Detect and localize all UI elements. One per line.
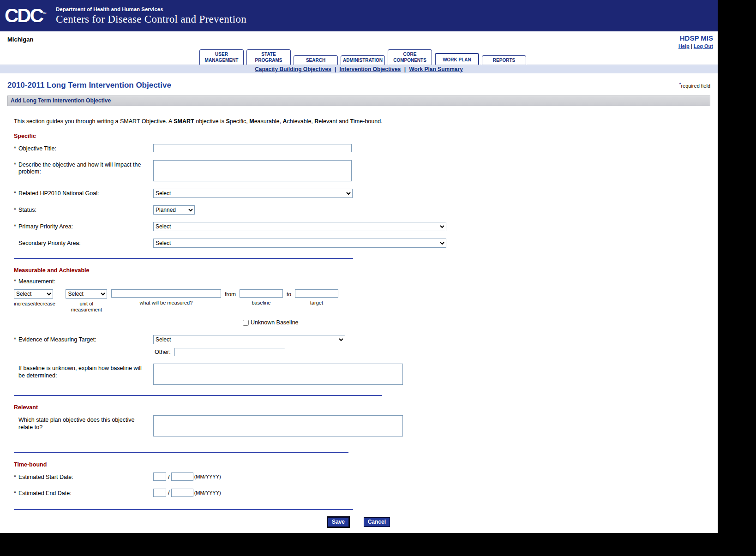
start-month-input[interactable]: [153, 472, 166, 481]
start-year-input[interactable]: [171, 472, 193, 481]
describe-textarea[interactable]: [153, 160, 352, 181]
form-row-state-plan: Which state plan objective does this obj…: [14, 415, 710, 436]
tab-search[interactable]: SEARCH: [294, 55, 338, 65]
save-button[interactable]: Save: [328, 517, 349, 527]
intro-segment: easurable,: [254, 118, 283, 125]
state-plan-textarea[interactable]: [153, 415, 403, 436]
intro-segment: elevant and: [318, 118, 350, 125]
banner-text: Department of Health and Human Services …: [56, 6, 246, 25]
describe-label: *Describe the objective and how it will …: [14, 160, 153, 176]
label-text: Describe the objective and how it will i…: [18, 161, 153, 176]
measurement-row: Select increase/decrease Select unit of …: [14, 289, 710, 313]
other-input[interactable]: [174, 348, 285, 356]
unit-of-measurement-select[interactable]: Select: [66, 289, 107, 299]
button-row: Save Cancel: [7, 517, 710, 527]
app-name: HDSP MIS: [678, 34, 713, 42]
secondary-priority-select[interactable]: Select: [153, 239, 446, 248]
cdc-logo[interactable]: CDC™: [5, 6, 50, 25]
tab-administration[interactable]: ADMINISTRATION: [341, 55, 385, 65]
star-spacer: [14, 240, 18, 247]
evidence-select[interactable]: Select: [153, 335, 345, 344]
required-star: *: [14, 336, 18, 344]
end-year-input[interactable]: [171, 489, 193, 497]
tab-user-management[interactable]: USER MANAGEMENT: [199, 49, 244, 65]
required-note-text: required field: [681, 83, 710, 89]
page: CDC™ Department of Health and Human Serv…: [0, 0, 718, 533]
what-measured-group: what will be measured?: [111, 289, 221, 306]
what-measured-caption: what will be measured?: [111, 300, 221, 306]
form-row-describe: *Describe the objective and how it will …: [14, 160, 710, 181]
cdc-banner: CDC™ Department of Health and Human Serv…: [0, 0, 718, 31]
intro-bold-segment: R: [314, 118, 318, 125]
end-month-input[interactable]: [153, 489, 166, 497]
subnav-link-capacity-building-objectives[interactable]: Capacity Building Objectives: [255, 66, 331, 72]
intro-segment: objective is: [194, 118, 226, 125]
intro-segment: ime-bound.: [354, 118, 383, 125]
baseline-group: baseline: [240, 289, 283, 306]
from-label: from: [225, 289, 236, 298]
form-row-secondary-priority: Secondary Priority Area: Select: [14, 239, 710, 248]
target-input[interactable]: [295, 289, 338, 298]
tab-core-components[interactable]: CORE COMPONENTS: [388, 49, 432, 65]
section-divider: [14, 258, 353, 259]
hp2010-select[interactable]: Select: [153, 189, 353, 198]
unit-group: Select unit of measurement: [65, 289, 108, 313]
trademark-symbol: ™: [42, 12, 47, 16]
unknown-baseline-label: Unknown Baseline: [251, 319, 299, 326]
baseline-input[interactable]: [240, 289, 283, 298]
title-row: 2010-2011 Long Term Intervention Objecti…: [7, 79, 710, 90]
subnav-separator: |: [333, 66, 338, 72]
subnav-link-work-plan-summary[interactable]: Work Plan Summary: [409, 66, 462, 72]
label-text: Objective Title:: [18, 145, 153, 153]
intro-segment: chievable,: [287, 118, 315, 125]
end-date-label: *Estimated End Date:: [14, 489, 153, 497]
intro-bold-segment: S: [226, 118, 229, 125]
target-caption: target: [295, 300, 338, 306]
what-measured-input[interactable]: [111, 289, 221, 298]
empty-label: [14, 348, 153, 349]
help-link[interactable]: Help: [678, 43, 690, 49]
required-star: *: [14, 278, 18, 285]
section-heading-relevant: Relevant: [14, 404, 710, 411]
form-row-other: Other:: [14, 348, 710, 356]
subnav-link-intervention-objectives[interactable]: Intervention Objectives: [340, 66, 401, 72]
objective-title-input[interactable]: [153, 144, 352, 152]
primary-priority-select[interactable]: Select: [153, 222, 446, 231]
label-text: Related HP2010 National Goal:: [18, 190, 153, 197]
label-text: If baseline is unknown, explain how base…: [18, 365, 153, 379]
section-divider: [14, 395, 382, 396]
increase-decrease-select[interactable]: Select: [14, 289, 53, 299]
form-row-baseline-explain: If baseline is unknown, explain how base…: [14, 364, 710, 385]
intro-segment: This section guides you through writing …: [14, 118, 174, 125]
intro-bold-segment: T: [350, 118, 354, 125]
required-star: *: [14, 223, 18, 231]
form-row-objective-title: *Objective Title:: [14, 144, 710, 153]
unknown-baseline-checkbox[interactable]: [243, 320, 249, 326]
to-label: to: [287, 289, 291, 298]
evidence-label: *Evidence of Measuring Target:: [14, 335, 153, 344]
link-separator: |: [691, 43, 692, 49]
required-star: *: [14, 490, 18, 497]
intro-bold-segment: M: [249, 118, 254, 125]
start-date-label: *Estimated Start Date:: [14, 472, 153, 481]
logout-link[interactable]: Log Out: [694, 43, 713, 49]
status-select[interactable]: Planned: [153, 205, 195, 215]
tab-state-programs[interactable]: STATE PROGRAMS: [246, 49, 291, 65]
required-field-note: *required field: [679, 82, 710, 89]
nav-tabs: USER MANAGEMENTSTATE PROGRAMSSEARCHADMIN…: [199, 49, 526, 65]
date-separator: /: [168, 489, 170, 496]
session-links: Help|Log Out: [678, 43, 713, 49]
intro-bold-segment: SMART: [174, 118, 194, 125]
label-text: Evidence of Measuring Target:: [18, 336, 153, 344]
label-text: Measurement:: [18, 278, 55, 285]
baseline-caption: baseline: [240, 300, 283, 306]
cancel-button[interactable]: Cancel: [364, 517, 390, 527]
required-star: *: [14, 474, 18, 481]
section-divider: [14, 452, 348, 453]
tab-work-plan[interactable]: WORK PLAN: [435, 53, 479, 65]
tab-reports[interactable]: REPORTS: [482, 55, 526, 65]
baseline-explain-label: If baseline is unknown, explain how base…: [14, 364, 153, 379]
required-star: *: [14, 190, 18, 197]
baseline-explain-textarea[interactable]: [153, 364, 403, 385]
secondary-priority-label: Secondary Priority Area:: [14, 239, 153, 247]
